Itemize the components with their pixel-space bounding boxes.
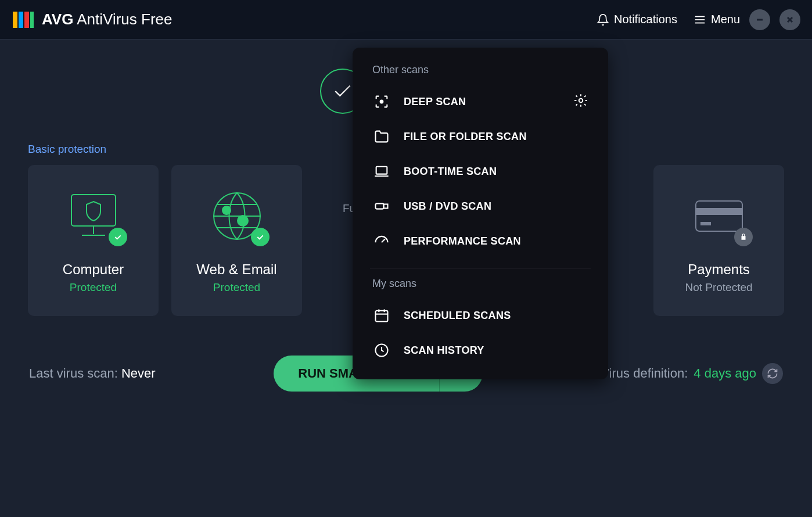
svg-rect-17 (696, 208, 742, 215)
svg-rect-1 (19, 12, 23, 28)
svg-rect-3 (30, 12, 34, 28)
virus-def-value: 4 days ago (694, 366, 756, 381)
calendar-icon (373, 307, 390, 324)
popup-my-title: My scans (353, 278, 608, 298)
card-computer-status: Protected (70, 281, 117, 294)
popup-item-scheduled-scans[interactable]: SCHEDULED SCANS (353, 298, 608, 333)
refresh-definitions-button[interactable] (762, 363, 783, 384)
menu-button[interactable]: Menu (694, 13, 740, 26)
card-web-title: Web & Email (196, 261, 276, 278)
svg-rect-16 (696, 201, 742, 231)
app-name-bold: AVG (42, 10, 73, 28)
popup-item-performance-scan[interactable]: PERFORMANCE SCAN (353, 224, 608, 258)
deep-scan-settings-button[interactable] (573, 93, 588, 111)
svg-rect-2 (24, 12, 29, 28)
target-icon (373, 94, 390, 110)
popup-item-label: PERFORMANCE SCAN (404, 235, 521, 247)
card-payments-status: Not Protected (685, 281, 752, 294)
svg-point-14 (222, 206, 231, 215)
card-payments-title: Payments (688, 261, 750, 278)
popup-item-deep-scan[interactable]: DEEP SCAN (353, 84, 608, 119)
gauge-icon (373, 233, 390, 249)
avg-logo-icon (12, 8, 35, 31)
popup-other-title: Other scans (353, 64, 608, 84)
history-icon (373, 342, 390, 358)
card-computer[interactable]: Computer Protected (28, 165, 159, 316)
popup-item-label: FILE OR FOLDER SCAN (404, 131, 527, 143)
refresh-icon (767, 368, 778, 379)
svg-point-15 (237, 215, 249, 227)
svg-rect-24 (376, 167, 387, 174)
svg-rect-27 (384, 204, 388, 209)
app-header: AVG AntiVirus Free Notifications Menu (0, 0, 812, 40)
folder-icon (373, 128, 390, 145)
laptop-icon (373, 163, 390, 179)
gear-icon (573, 93, 588, 108)
logo-block: AVG AntiVirus Free (12, 8, 172, 31)
popup-item-label: SCAN HISTORY (404, 344, 484, 357)
app-title: AVG AntiVirus Free (42, 10, 172, 28)
last-scan: Last virus scan: Never (29, 366, 156, 381)
bell-icon (597, 13, 609, 26)
card-web-status: Protected (213, 281, 260, 294)
popup-item-boot-time-scan[interactable]: BOOT-TIME SCAN (353, 154, 608, 189)
hamburger-icon (694, 13, 706, 26)
popup-item-label: BOOT-TIME SCAN (404, 166, 497, 178)
card-computer-title: Computer (63, 261, 124, 278)
svg-rect-18 (700, 222, 711, 225)
svg-rect-29 (376, 311, 388, 322)
minimize-button[interactable] (749, 9, 770, 30)
last-scan-value: Never (121, 366, 156, 380)
card-payments[interactable]: Payments Not Protected (653, 165, 784, 316)
svg-rect-0 (13, 12, 17, 28)
popup-item-file-folder-scan[interactable]: FILE OR FOLDER SCAN (353, 119, 608, 154)
protected-badge-icon (251, 228, 270, 246)
svg-point-22 (380, 100, 383, 103)
popup-item-usb-dvd-scan[interactable]: USB / DVD SCAN (353, 189, 608, 224)
usb-icon (373, 198, 390, 214)
popup-item-label: DEEP SCAN (404, 96, 466, 108)
virus-def-label: Virus definition: (601, 366, 688, 381)
virus-definition: Virus definition: 4 days ago (601, 363, 783, 384)
close-icon (785, 15, 795, 24)
popup-item-label: USB / DVD SCAN (404, 200, 491, 213)
protected-badge-icon (109, 228, 127, 246)
card-web-email[interactable]: Web & Email Protected (171, 165, 302, 316)
app-name-rest: AntiVirus Free (77, 10, 172, 28)
locked-badge-icon (734, 228, 753, 246)
popup-item-label: SCHEDULED SCANS (404, 310, 511, 322)
notifications-label: Notifications (614, 13, 677, 26)
svg-point-23 (579, 98, 583, 102)
last-scan-label: Last virus scan: (29, 366, 118, 380)
popup-item-scan-history[interactable]: SCAN HISTORY (353, 333, 608, 368)
notifications-button[interactable]: Notifications (597, 13, 677, 26)
check-icon (332, 80, 354, 102)
minimize-icon (755, 15, 764, 24)
svg-rect-26 (376, 203, 384, 209)
menu-label: Menu (711, 13, 740, 26)
other-scans-popup: Other scans DEEP SCAN FILE OR FOLDER SCA… (353, 48, 608, 379)
close-button[interactable] (779, 9, 800, 30)
popup-divider (370, 268, 591, 268)
svg-line-28 (382, 239, 385, 243)
